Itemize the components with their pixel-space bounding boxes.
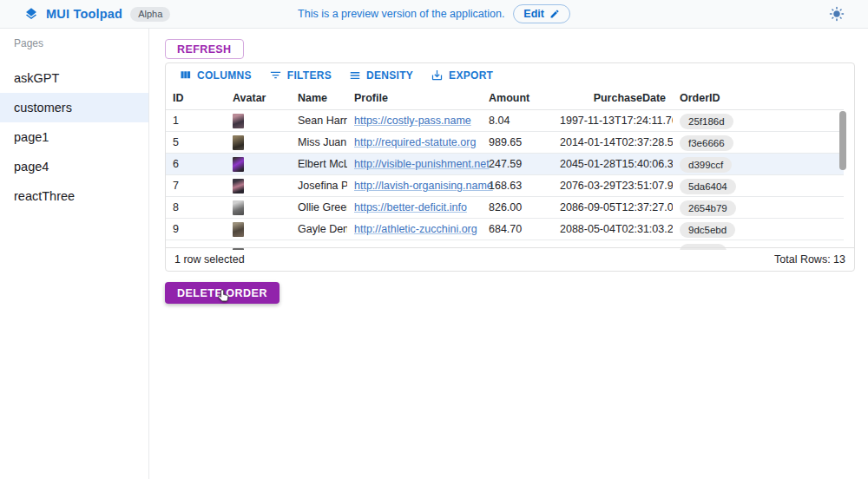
column-header-row: ID Avatar Name Profile Amount PurchaseDa… (166, 87, 844, 110)
profile-link[interactable]: http://athletic-zucchini.org (347, 223, 482, 235)
column-header-avatar[interactable]: Avatar (226, 92, 291, 104)
cell-id: 5 (166, 136, 226, 148)
alpha-badge: Alpha (130, 7, 170, 22)
sidebar-item-reactthree[interactable]: reactThree (0, 181, 148, 211)
column-header-purchasedate[interactable]: PurchaseDate (560, 92, 673, 104)
cell-purchasedate: 2045-01-28T15:40:06.325Z (560, 158, 673, 170)
sidebar-item-label: askGPT (14, 71, 59, 85)
profile-link[interactable]: https://costly-pass.name (347, 115, 482, 127)
density-button[interactable]: DENSITY (343, 67, 419, 84)
brand: MUI Toolpad Alpha (0, 7, 170, 22)
cell-purchasedate: 2088-05-04T02:31:03.294Z (560, 223, 673, 235)
cell-name: Gayle Den… (291, 223, 347, 235)
grid-rows: 1 Sean Harris https://costly-pass.name 8… (166, 110, 844, 250)
table-row[interactable]: 1 Sean Harris https://costly-pass.name 8… (166, 110, 844, 132)
table-row[interactable]: 8 Ollie Green… https://better-deficit.in… (166, 197, 844, 219)
order-chip: 25f186d (680, 114, 733, 129)
profile-link[interactable]: http://required-statute.org (347, 136, 482, 148)
column-header-profile[interactable]: Profile (347, 92, 482, 104)
avatar (226, 200, 291, 215)
order-chip: 2654b79 (680, 200, 736, 216)
avatar (226, 222, 291, 237)
cell-name: Ollie Green… (291, 201, 347, 213)
cell-orderid: 2654b79 (673, 200, 844, 216)
refresh-button[interactable]: REFRESH (165, 39, 244, 59)
column-header-amount[interactable]: Amount (482, 92, 560, 104)
avatar (226, 179, 291, 194)
sidebar-item-page4[interactable]: page4 (0, 152, 148, 181)
column-header-name[interactable]: Name (291, 92, 347, 104)
vertical-scrollbar-thumb[interactable] (839, 111, 846, 170)
sidebar: Pages askGPT customers page1 page4 react… (0, 29, 149, 479)
cell-amount: 247.59 (482, 158, 560, 170)
density-button-label: DENSITY (366, 69, 413, 82)
filter-icon (269, 69, 282, 82)
cell-amount: 989.65 (482, 136, 560, 148)
export-button-label: EXPORT (449, 69, 493, 82)
sidebar-item-askgpt[interactable]: askGPT (0, 63, 148, 93)
avatar (226, 114, 291, 128)
sun-icon (829, 6, 845, 22)
grid-toolbar: COLUMNS FILTERS DENSITY EXPORT (166, 63, 854, 87)
column-header-id[interactable]: ID (166, 92, 226, 104)
table-row[interactable]: 9 Gayle Den… http://athletic-zucchini.or… (166, 219, 844, 240)
cell-orderid: d399ccf (673, 156, 844, 173)
profile-link[interactable]: http://visible-punishment.net (347, 158, 482, 170)
column-header-orderid[interactable]: OrderID (673, 92, 844, 104)
cell-name: Miss Juan … (291, 136, 347, 148)
avatar-image (233, 157, 244, 172)
sidebar-item-customers[interactable]: customers (0, 93, 148, 122)
selection-status: 1 row selected (174, 253, 245, 266)
export-button[interactable]: EXPORT (424, 66, 499, 84)
cell-id: 9 (166, 223, 226, 235)
cell-purchasedate: 2076-03-29T23:51:07.968Z (560, 180, 673, 192)
app-title: MUI Toolpad (46, 7, 122, 21)
sidebar-item-label: customers (14, 101, 72, 115)
edit-button[interactable]: Edit (513, 4, 570, 23)
cell-id: 6 (166, 158, 226, 170)
avatar-image (233, 114, 244, 128)
grid-footer: 1 row selected Total Rows: 13 (166, 247, 854, 271)
filters-button[interactable]: FILTERS (263, 66, 338, 84)
vertical-scrollbar-track[interactable] (838, 111, 847, 250)
theme-toggle-button[interactable] (829, 6, 845, 22)
cell-purchasedate: 2014-01-14T02:37:28.536Z (560, 136, 673, 148)
sidebar-item-label: reactThree (14, 189, 75, 203)
avatar-image (233, 179, 244, 194)
table-row[interactable]: 5 Miss Juan … http://required-statute.or… (166, 132, 844, 154)
cell-id: 1 (166, 115, 226, 127)
avatar (226, 157, 291, 172)
cell-name: Josefina P… (291, 180, 347, 192)
export-download-icon (431, 69, 444, 82)
cell-purchasedate: 1997-11-13T17:24:11.769Z (560, 115, 673, 127)
table-row-selected[interactable]: 6 Elbert McL… http://visible-punishment.… (166, 154, 844, 175)
cell-orderid: 9dc5ebd (673, 221, 844, 238)
order-chip: d399ccf (680, 157, 732, 173)
density-icon (349, 69, 361, 82)
cell-amount: 826.00 (482, 201, 560, 213)
page-nav: askGPT customers page1 page4 reactThree (0, 63, 148, 211)
sidebar-item-page1[interactable]: page1 (0, 122, 148, 152)
avatar-image (233, 200, 244, 215)
columns-button[interactable]: COLUMNS (173, 66, 258, 84)
preview-text: This is a preview version of the applica… (298, 8, 504, 20)
columns-button-label: COLUMNS (197, 69, 252, 82)
cell-orderid: f3e6666 (673, 135, 844, 151)
table-row[interactable]: 7 Josefina P… http://lavish-organising.n… (166, 175, 844, 197)
delete-order-button[interactable]: DELETE ORDER (165, 282, 279, 304)
topbar: MUI Toolpad Alpha This is a preview vers… (0, 0, 868, 29)
order-chip: 5da6404 (680, 179, 736, 194)
columns-icon (179, 69, 192, 82)
avatar-image (233, 135, 244, 150)
cell-id: 8 (166, 201, 226, 213)
cell-id: 7 (166, 180, 226, 192)
profile-link[interactable]: https://better-deficit.info (347, 201, 482, 213)
sidebar-item-label: page4 (14, 160, 49, 174)
sidebar-item-label: page1 (14, 130, 49, 144)
edit-button-label: Edit (523, 8, 544, 20)
cell-name: Elbert McL… (291, 158, 347, 170)
profile-link[interactable]: http://lavish-organising.name (347, 180, 482, 192)
avatar-image (233, 222, 244, 237)
toolpad-logo-icon (24, 7, 38, 21)
cell-amount: 684.70 (482, 223, 560, 235)
